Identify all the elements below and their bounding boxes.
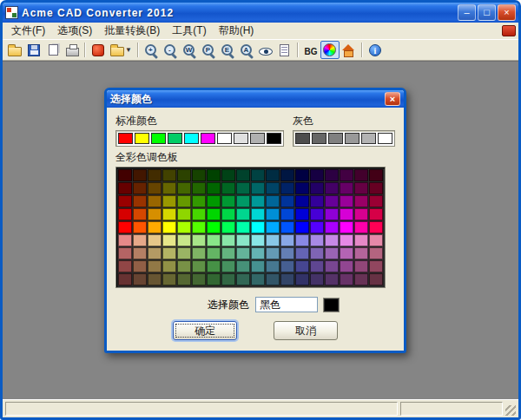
palette-color-swatch[interactable]	[118, 247, 132, 259]
palette-color-swatch[interactable]	[280, 247, 294, 259]
palette-color-swatch[interactable]	[325, 234, 339, 246]
ok-button[interactable]: 确定	[173, 321, 237, 340]
palette-color-swatch[interactable]	[207, 182, 221, 194]
palette-color-swatch[interactable]	[310, 260, 324, 272]
palette-color-swatch[interactable]	[354, 247, 368, 259]
palette-color-swatch[interactable]	[280, 208, 294, 220]
palette-color-swatch[interactable]	[295, 182, 309, 194]
palette-color-swatch[interactable]	[118, 182, 132, 194]
palette-color-swatch[interactable]	[236, 247, 250, 259]
cancel-button[interactable]: 取消	[274, 321, 338, 340]
palette-color-swatch[interactable]	[207, 260, 221, 272]
palette-color-swatch[interactable]	[354, 221, 368, 233]
palette-color-swatch[interactable]	[369, 195, 383, 207]
palette-color-swatch[interactable]	[177, 221, 191, 233]
print-button[interactable]	[63, 41, 82, 59]
palette-color-swatch[interactable]	[236, 195, 250, 207]
palette-color-swatch[interactable]	[310, 169, 324, 181]
standard-color-swatch[interactable]	[234, 133, 248, 144]
palette-color-swatch[interactable]	[221, 182, 235, 194]
palette-color-swatch[interactable]	[340, 247, 353, 259]
zoom-window-button[interactable]	[180, 41, 199, 59]
palette-color-swatch[interactable]	[266, 169, 280, 181]
palette-color-swatch[interactable]	[340, 273, 353, 285]
palette-color-swatch[interactable]	[295, 208, 309, 220]
palette-color-swatch[interactable]	[133, 208, 147, 220]
palette-color-swatch[interactable]	[207, 221, 221, 233]
view-button[interactable]	[256, 41, 275, 59]
palette-color-swatch[interactable]	[221, 234, 235, 246]
palette-color-swatch[interactable]	[280, 234, 294, 246]
palette-color-swatch[interactable]	[340, 208, 353, 220]
gray-color-swatch[interactable]	[345, 133, 359, 144]
palette-color-swatch[interactable]	[133, 273, 147, 285]
menu-badge-icon[interactable]	[502, 25, 516, 36]
standard-color-swatch[interactable]	[118, 133, 133, 144]
palette-color-swatch[interactable]	[325, 208, 339, 220]
palette-color-swatch[interactable]	[118, 260, 132, 272]
palette-color-swatch[interactable]	[236, 169, 250, 181]
palette-color-swatch[interactable]	[221, 169, 235, 181]
palette-color-swatch[interactable]	[221, 195, 235, 207]
palette-color-swatch[interactable]	[310, 247, 324, 259]
standard-color-swatch[interactable]	[250, 133, 265, 144]
color-palette-button[interactable]	[320, 41, 340, 59]
palette-color-swatch[interactable]	[310, 208, 324, 220]
palette-color-swatch[interactable]	[266, 208, 280, 220]
palette-color-swatch[interactable]	[236, 234, 250, 246]
palette-color-swatch[interactable]	[118, 273, 132, 285]
palette-color-swatch[interactable]	[148, 195, 162, 207]
close-button[interactable]: ×	[498, 4, 516, 21]
palette-color-swatch[interactable]	[162, 208, 176, 220]
palette-color-swatch[interactable]	[251, 208, 265, 220]
palette-color-swatch[interactable]	[236, 182, 250, 194]
palette-color-swatch[interactable]	[251, 260, 265, 272]
palette-color-swatch[interactable]	[354, 260, 368, 272]
palette-color-swatch[interactable]	[177, 182, 191, 194]
palette-color-swatch[interactable]	[162, 182, 176, 194]
palette-color-swatch[interactable]	[162, 195, 176, 207]
palette-color-swatch[interactable]	[251, 182, 265, 194]
standard-color-swatch[interactable]	[201, 133, 215, 144]
palette-color-swatch[interactable]	[162, 221, 176, 233]
palette-color-swatch[interactable]	[310, 273, 324, 285]
resize-grip[interactable]	[505, 405, 516, 416]
palette-color-swatch[interactable]	[369, 260, 383, 272]
selected-color-swatch[interactable]	[324, 299, 339, 312]
palette-color-swatch[interactable]	[177, 260, 191, 272]
gray-color-swatch[interactable]	[328, 133, 343, 144]
palette-color-swatch[interactable]	[133, 221, 147, 233]
palette-color-swatch[interactable]	[251, 169, 265, 181]
palette-color-swatch[interactable]	[280, 260, 294, 272]
palette-color-swatch[interactable]	[340, 234, 353, 246]
palette-color-swatch[interactable]	[325, 195, 339, 207]
standard-color-swatch[interactable]	[217, 133, 232, 144]
palette-color-swatch[interactable]	[133, 182, 147, 194]
open-file-button[interactable]	[5, 41, 24, 59]
palette-color-swatch[interactable]	[295, 273, 309, 285]
palette-color-swatch[interactable]	[369, 273, 383, 285]
palette-color-swatch[interactable]	[295, 247, 309, 259]
menu-item-file[interactable]: 文件(F)	[5, 23, 51, 39]
palette-color-swatch[interactable]	[207, 234, 221, 246]
palette-color-swatch[interactable]	[295, 169, 309, 181]
zoom-previous-button[interactable]	[199, 41, 218, 59]
layout-button[interactable]	[275, 41, 294, 59]
standard-color-swatch[interactable]	[184, 133, 199, 144]
palette-color-swatch[interactable]	[295, 234, 309, 246]
home-button[interactable]	[340, 41, 359, 59]
menu-item-help[interactable]: 帮助(H)	[213, 23, 260, 39]
palette-color-swatch[interactable]	[354, 169, 368, 181]
palette-color-swatch[interactable]	[236, 273, 250, 285]
palette-color-swatch[interactable]	[310, 221, 324, 233]
palette-color-swatch[interactable]	[280, 169, 294, 181]
palette-color-swatch[interactable]	[192, 208, 206, 220]
palette-color-swatch[interactable]	[295, 221, 309, 233]
palette-color-swatch[interactable]	[280, 221, 294, 233]
dialog-close-button[interactable]: ×	[385, 92, 400, 106]
background-color-button[interactable]	[301, 41, 320, 59]
output-folder-button[interactable]: ▼	[108, 41, 135, 59]
palette-color-swatch[interactable]	[325, 169, 339, 181]
palette-color-swatch[interactable]	[162, 247, 176, 259]
palette-color-swatch[interactable]	[354, 208, 368, 220]
